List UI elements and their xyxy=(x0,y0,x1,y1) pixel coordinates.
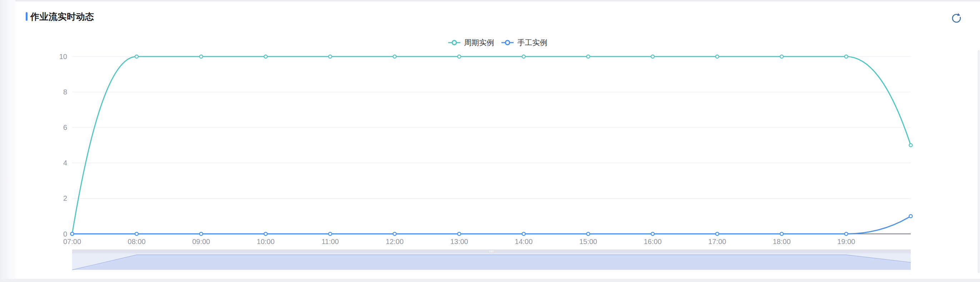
legend-item-manual[interactable]: 手工实例 xyxy=(501,38,547,48)
legend-item-label: 手工实例 xyxy=(517,38,547,48)
legend-line-symbol-icon xyxy=(448,40,460,45)
page-bottom-gap xyxy=(0,279,980,282)
datazoom-data-shadow xyxy=(72,255,911,270)
datazoom-move-handle[interactable] xyxy=(72,250,911,253)
legend-item-label: 周期实例 xyxy=(464,38,494,48)
page-title: 作业流实时动态 xyxy=(30,12,94,21)
page: 作业流实时动态 周期实例手工实例 024681007:0008:0009:001… xyxy=(0,0,980,282)
refresh-icon xyxy=(951,13,962,24)
title-accent-bar xyxy=(26,12,27,21)
page-left-background xyxy=(0,0,15,282)
chart-plot-area[interactable] xyxy=(72,56,911,234)
scrollbar[interactable] xyxy=(978,50,980,273)
chart-legend: 周期实例手工实例 xyxy=(15,38,980,47)
legend-line-symbol-icon xyxy=(501,40,514,45)
refresh-button[interactable] xyxy=(951,13,962,24)
legend-item-cycle[interactable]: 周期实例 xyxy=(448,38,494,48)
datazoom-slider[interactable] xyxy=(72,250,911,270)
